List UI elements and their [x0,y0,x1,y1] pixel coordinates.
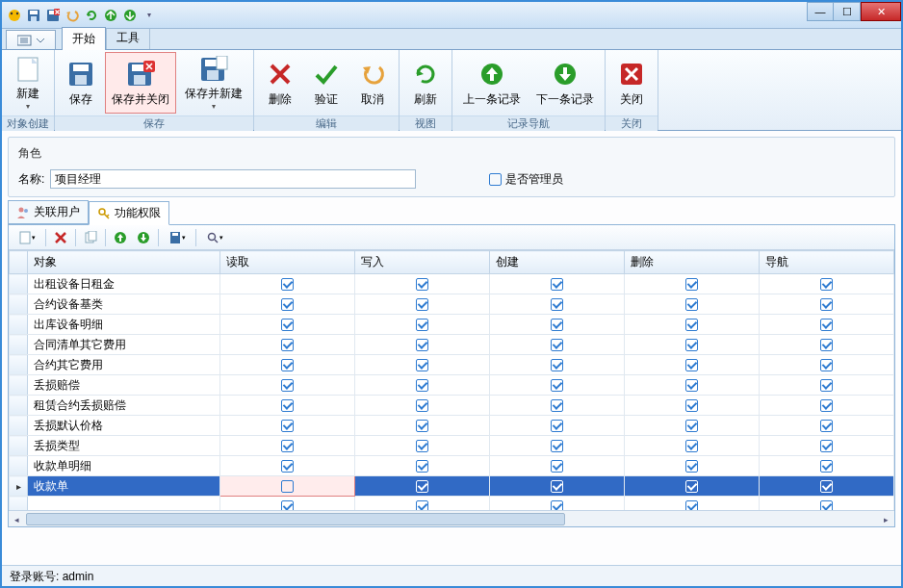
checkbox-cell[interactable] [489,375,624,396]
next-record-button[interactable]: 下一条记录 [529,52,601,114]
column-header[interactable]: 创建 [489,251,624,274]
checkbox[interactable] [416,460,428,473]
checkbox-cell[interactable] [354,294,489,315]
checkbox-cell[interactable] [219,274,354,294]
checkbox-cell[interactable] [624,436,759,456]
row-selector[interactable] [10,436,28,456]
table-row[interactable]: 收款单明细 [10,456,894,476]
tab-tools[interactable]: 工具 [106,26,150,49]
row-selector[interactable] [10,375,28,396]
checkbox-cell[interactable] [624,335,759,355]
checkbox-cell[interactable] [219,436,354,456]
checkbox[interactable] [685,319,698,331]
checkbox[interactable] [820,399,833,412]
checkbox[interactable] [685,339,698,351]
checkbox[interactable] [416,298,428,311]
checkbox-cell[interactable] [354,375,489,396]
checkbox[interactable] [685,460,698,473]
checkbox[interactable] [820,298,833,311]
checkbox-cell[interactable] [354,456,489,476]
file-menu-button[interactable] [6,30,56,49]
checkbox[interactable] [281,319,294,331]
row-selector[interactable] [10,416,28,436]
checkbox-cell[interactable] [219,476,354,497]
save-button[interactable]: 保存 [59,52,103,114]
checkbox-cell[interactable] [624,315,759,335]
checkbox[interactable] [820,319,833,331]
checkbox[interactable] [551,379,563,392]
row-selector[interactable] [10,476,28,497]
column-header[interactable]: 写入 [354,251,489,274]
table-row[interactable]: 丢损默认价格 [10,416,894,436]
checkbox[interactable] [416,359,428,371]
checkbox-cell[interactable] [624,375,759,396]
name-input[interactable] [50,169,416,189]
toolbar-up-button[interactable] [110,228,131,247]
row-selector[interactable] [10,396,28,416]
qat-refresh-icon[interactable] [83,7,100,24]
checkbox-cell[interactable] [624,476,759,497]
checkbox[interactable] [820,278,833,291]
table-row[interactable]: 丢损赔偿 [10,375,894,396]
table-row[interactable]: 出库设备明细 [10,315,894,335]
checkbox-cell[interactable] [489,335,624,355]
checkbox-cell[interactable] [759,375,893,396]
toolbar-new-button[interactable]: ▾ [13,228,41,247]
checkbox[interactable] [416,339,428,351]
window-minimize-button[interactable]: — [807,2,834,21]
checkbox-cell[interactable] [489,456,624,476]
window-maximize-button[interactable]: ☐ [834,2,861,21]
checkbox[interactable] [416,278,428,291]
checkbox[interactable] [416,379,428,392]
checkbox-cell[interactable] [354,416,489,436]
column-header[interactable]: 导航 [759,251,893,274]
checkbox-cell[interactable] [489,294,624,315]
tab-users[interactable]: 关联用户 [8,200,89,224]
row-selector[interactable] [10,456,28,476]
checkbox-cell[interactable] [759,274,893,294]
checkbox-cell[interactable] [354,355,489,375]
checkbox[interactable] [281,278,294,291]
checkbox[interactable] [551,440,563,452]
tab-start[interactable]: 开始 [62,27,106,50]
checkbox-cell[interactable] [219,396,354,416]
qat-save-icon[interactable] [25,7,42,24]
qat-customize-icon[interactable]: ▾ [141,7,158,24]
checkbox[interactable] [551,339,563,351]
checkbox[interactable] [551,460,563,473]
column-header[interactable]: 对象 [28,251,219,274]
permissions-grid[interactable]: 对象读取写入创建删除导航 出租设备日租金合约设备基类出库设备明细合同清单其它费用… [9,250,894,510]
checkbox[interactable] [820,440,833,452]
row-selector[interactable] [10,315,28,335]
checkbox-cell[interactable] [354,436,489,456]
checkbox-cell[interactable] [219,315,354,335]
checkbox-cell[interactable] [354,315,489,335]
checkbox[interactable] [551,480,563,493]
checkbox[interactable] [281,339,294,351]
checkbox[interactable] [685,379,698,392]
column-header[interactable]: 删除 [624,251,759,274]
checkbox-cell[interactable] [624,294,759,315]
checkbox[interactable] [685,420,698,432]
checkbox-cell[interactable] [489,315,624,335]
qat-prev-icon[interactable] [102,7,119,24]
checkbox-cell[interactable] [489,476,624,497]
table-row[interactable]: 合同清单其它费用 [10,335,894,355]
checkbox-cell[interactable] [624,355,759,375]
checkbox-cell[interactable] [759,476,893,497]
checkbox-cell[interactable] [219,375,354,396]
checkbox-cell[interactable] [624,416,759,436]
checkbox[interactable] [685,399,698,412]
tab-permissions[interactable]: 功能权限 [89,201,169,225]
checkbox[interactable] [820,359,833,371]
is-admin-checkbox[interactable] [489,173,502,186]
checkbox[interactable] [551,298,563,311]
checkbox-cell[interactable] [759,456,893,476]
table-row[interactable]: 丢损类型 [10,436,894,456]
qat-save-close-icon[interactable] [44,7,62,24]
checkbox[interactable] [281,480,294,493]
checkbox-cell[interactable] [489,416,624,436]
toolbar-export-button[interactable]: ▾ [163,228,192,247]
checkbox-cell[interactable] [759,315,893,335]
checkbox-cell[interactable] [219,355,354,375]
